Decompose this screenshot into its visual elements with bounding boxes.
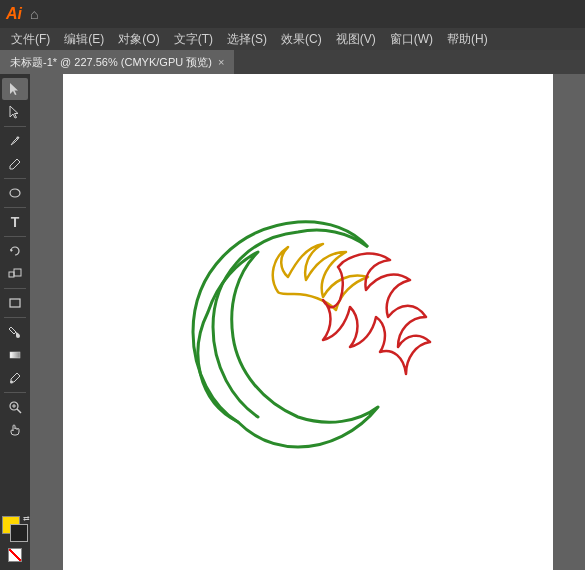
pencil-tool[interactable] [2,153,28,175]
rectangle-tool[interactable] [2,292,28,314]
tab-bar: 未标题-1* @ 227.56% (CMYK/GPU 预览) × [0,50,585,74]
paintbucket-tool[interactable] [2,321,28,343]
svg-point-2 [17,137,19,139]
tab-title: 未标题-1* @ 227.56% (CMYK/GPU 预览) [10,55,212,70]
svg-point-4 [10,189,20,197]
eyedropper-tool[interactable] [2,367,28,389]
separator [4,392,26,393]
menu-view[interactable]: 视图(V) [329,29,383,50]
stroke-color-box[interactable] [10,524,28,542]
none-icon[interactable] [8,548,22,562]
active-tab[interactable]: 未标题-1* @ 227.56% (CMYK/GPU 预览) × [0,50,234,74]
selection-tool[interactable] [2,78,28,100]
ellipse-tool[interactable] [2,182,28,204]
gradient-tool[interactable] [2,344,28,366]
svg-point-10 [10,381,13,384]
swap-icon[interactable]: ⇄ [23,514,30,523]
svg-marker-0 [10,83,18,95]
svg-rect-9 [10,352,20,358]
hand-tool[interactable] [2,419,28,441]
menu-effect[interactable]: 效果(C) [274,29,329,50]
menu-select[interactable]: 选择(S) [220,29,274,50]
main-area: T [0,74,585,570]
ai-logo: Ai [6,5,22,23]
direct-selection-tool[interactable] [2,101,28,123]
pen-tool[interactable] [2,130,28,152]
separator [4,236,26,237]
svg-line-3 [17,159,20,162]
separator [4,288,26,289]
toolbar: T [0,74,30,570]
separator [4,207,26,208]
svg-rect-8 [10,299,20,307]
separator [4,317,26,318]
svg-rect-7 [14,269,21,276]
canvas [63,74,553,570]
svg-rect-6 [9,272,14,277]
svg-marker-1 [10,106,18,118]
title-bar: Ai ⌂ [0,0,585,28]
fill-stroke-indicator[interactable]: ⇄ [2,516,28,542]
illustration [158,162,458,482]
menu-help[interactable]: 帮助(H) [440,29,495,50]
separator [4,178,26,179]
svg-line-12 [17,409,21,413]
home-icon[interactable]: ⌂ [30,6,38,22]
canvas-area [30,74,585,570]
menu-bar: 文件(F) 编辑(E) 对象(O) 文字(T) 选择(S) 效果(C) 视图(V… [0,28,585,50]
menu-edit[interactable]: 编辑(E) [57,29,111,50]
separator [4,126,26,127]
menu-file[interactable]: 文件(F) [4,29,57,50]
zoom-tool[interactable] [2,396,28,418]
tab-close-button[interactable]: × [218,56,224,68]
menu-type[interactable]: 文字(T) [167,29,220,50]
color-swatches: ⇄ [2,516,28,566]
type-tool[interactable]: T [2,211,28,233]
rotate-tool[interactable] [2,240,28,262]
menu-window[interactable]: 窗口(W) [383,29,440,50]
scale-tool[interactable] [2,263,28,285]
menu-object[interactable]: 对象(O) [111,29,166,50]
